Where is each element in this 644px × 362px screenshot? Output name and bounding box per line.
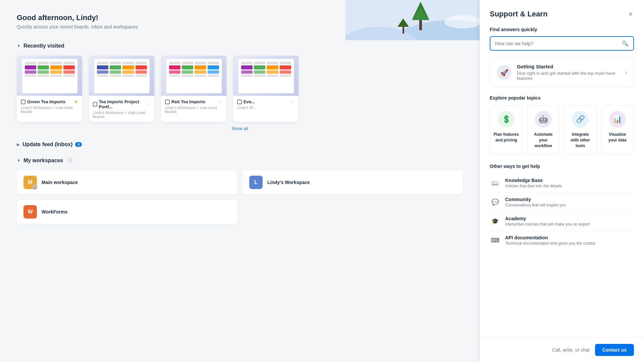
workspaces-section: ▼ My workspaces ⓘ M 🏠 Main workspace L L… (17, 158, 463, 224)
show-all-link[interactable]: Show all (231, 126, 248, 131)
recently-visited-header[interactable]: ▼ Recently visited (17, 43, 463, 49)
contact-button[interactable]: Contact us (595, 344, 634, 356)
support-panel-header: Support & Learn × (480, 0, 644, 19)
help-title: Community (505, 197, 566, 202)
help-item[interactable]: 🎓 Academy Interactive courses that will … (490, 212, 634, 231)
help-icon: 📖 (490, 178, 500, 188)
support-panel-title: Support & Learn (490, 10, 547, 18)
svg-text:▼: ▼ (418, 20, 423, 25)
support-panel-footer: Call, write, or chat Contact us (480, 338, 644, 362)
workspace-name: Lindy's Workspace (267, 180, 310, 185)
workspaces-title: My workspaces (23, 158, 63, 164)
board-name: Green Tea Imports (27, 99, 65, 104)
update-feed-chevron: ▶ (17, 142, 20, 147)
update-feed-badge: 0 (75, 142, 82, 147)
show-all[interactable]: Show all (17, 125, 463, 131)
workspace-avatar: L (249, 176, 263, 189)
help-items-list: 📖 Knowledge Base Articles that dive into… (490, 174, 634, 250)
workspace-grid: M 🏠 Main workspace L Lindy's Workspace W… (17, 170, 463, 224)
workspace-card[interactable]: W WorkForms (17, 200, 237, 224)
workspace-name: Main workspace (42, 180, 78, 185)
board-thumbnail (17, 56, 82, 96)
workspaces-chevron: ▼ (17, 158, 21, 163)
help-text: Community Conversations that will inspir… (505, 197, 566, 207)
svg-point-9 (444, 15, 480, 28)
board-path: Lindy's W... (237, 106, 294, 110)
board-name: Eve... (244, 99, 255, 104)
workspace-avatar: W (23, 205, 37, 219)
workspaces-header[interactable]: ▼ My workspaces ⓘ (17, 158, 463, 164)
board-thumbnail (161, 56, 226, 96)
dollar-icon: 💲 (498, 111, 515, 128)
board-icon (237, 100, 242, 104)
board-star[interactable]: ☆ (290, 99, 294, 104)
board-path: Lindy's Workspace > Low-Level Boards (21, 106, 78, 114)
find-answers-label: Find answers quickly (490, 27, 634, 32)
board-star[interactable]: ☆ (218, 99, 222, 104)
board-path: Lindy's Workspace > Low-Level Boards (165, 106, 222, 114)
board-name: Tea Imports Project Portf... (99, 99, 146, 109)
board-card-icon: Eve... (237, 99, 255, 104)
board-thumbnail (89, 56, 154, 96)
recently-visited-chevron: ▼ (17, 44, 21, 48)
footer-call-text: Call, write, or chat (552, 347, 590, 353)
close-button[interactable]: × (627, 9, 634, 19)
topics-grid: 💲 Plan features and pricing 🤖 Automate y… (490, 105, 634, 154)
update-feed-section: ▶ Update feed (Inbox) 0 (17, 141, 463, 147)
search-box[interactable]: 🔍 (490, 36, 634, 51)
board-path: Lindy's Workspace > High-Level Boards (93, 111, 150, 119)
getting-started-card[interactable]: 🚀 Getting Started Dive right in and get … (490, 57, 634, 87)
hero-illustration: ▼ (345, 0, 480, 40)
board-icon (93, 102, 97, 107)
support-panel-body: Find answers quickly 🔍 🚀 Getting Started… (480, 19, 644, 338)
getting-started-arrow: › (625, 69, 627, 75)
main-content: ▼ Good afternoon, Lindy! Quickly access … (0, 0, 480, 362)
help-desc: Conversations that will inspire you (505, 203, 566, 207)
board-name: Red Tea Imports (171, 99, 205, 104)
getting-started-icon: 🚀 (497, 65, 512, 80)
board-card[interactable]: Green Tea Imports ★ Lindy's Workspace > … (17, 56, 82, 122)
topic-label: Integrate with other tools (568, 132, 593, 148)
board-thumbnail (233, 56, 299, 96)
help-item[interactable]: ⌨ API documentation Technical documentat… (490, 231, 634, 250)
explore-label: Explore popular topics (490, 95, 634, 101)
board-card-icon: Red Tea Imports (165, 99, 205, 104)
help-title: Knowledge Base (505, 178, 562, 183)
workspace-card[interactable]: L Lindy's Workspace (243, 170, 463, 194)
update-feed-title: Update feed (Inbox) (22, 141, 72, 147)
help-text: Knowledge Base Articles that dive into t… (505, 178, 562, 188)
robot-icon: 🤖 (535, 111, 552, 128)
update-feed-header[interactable]: ▶ Update feed (Inbox) 0 (17, 141, 463, 147)
help-desc: Technical documentation that gives you t… (505, 241, 595, 246)
help-title: Academy (505, 216, 590, 221)
board-star[interactable]: ★ (74, 99, 78, 104)
topic-card[interactable]: 📊 Visualize your data (601, 105, 634, 154)
workspace-card[interactable]: M 🏠 Main workspace (17, 170, 237, 194)
topic-label: Visualize your data (605, 132, 631, 143)
board-card[interactable]: Eve... ☆ Lindy's W... (233, 56, 299, 122)
board-icon (165, 100, 170, 104)
help-item[interactable]: 💬 Community Conversations that will insp… (490, 193, 634, 212)
topic-card[interactable]: 💲 Plan features and pricing (490, 105, 523, 154)
help-icon: 💬 (490, 197, 500, 207)
getting-started-text: Getting Started Dive right in and get st… (517, 64, 620, 81)
help-desc: Articles that dive into the details (505, 184, 562, 188)
topic-card[interactable]: 🤖 Automate your workflow (527, 105, 560, 154)
boards-row: Green Tea Imports ★ Lindy's Workspace > … (17, 56, 463, 122)
board-star[interactable]: ☆ (146, 102, 150, 107)
other-ways-label: Other ways to get help (490, 164, 634, 169)
help-text: API documentation Technical documentatio… (505, 235, 595, 246)
board-card-icon: Green Tea Imports (21, 99, 65, 104)
svg-text:🚀: 🚀 (500, 69, 508, 77)
help-icon: 🎓 (490, 216, 500, 227)
search-button[interactable]: 🔍 (617, 37, 633, 50)
topic-card[interactable]: 🔗 Integrate with other tools (564, 105, 597, 154)
topic-label: Plan features and pricing (493, 132, 519, 143)
board-card[interactable]: Tea Imports Project Portf... ☆ Lindy's W… (89, 56, 154, 122)
board-card-icon: Tea Imports Project Portf... (93, 99, 146, 109)
help-title: API documentation (505, 235, 595, 240)
help-text: Academy Interactive courses that will ma… (505, 216, 590, 227)
search-input[interactable] (490, 38, 617, 50)
board-card[interactable]: Red Tea Imports ☆ Lindy's Workspace > Lo… (161, 56, 226, 122)
help-item[interactable]: 📖 Knowledge Base Articles that dive into… (490, 174, 634, 193)
